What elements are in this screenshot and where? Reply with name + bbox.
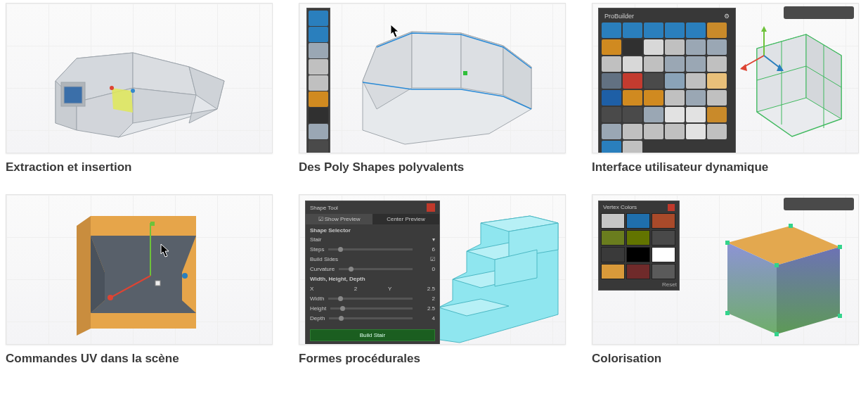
tool-icon[interactable] (686, 107, 706, 122)
color-swatch[interactable] (652, 213, 675, 229)
tool-icon[interactable] (707, 90, 727, 106)
feature-card: Extraction et insertion (6, 3, 273, 174)
tool-icon[interactable] (623, 39, 642, 55)
tool-icon[interactable] (665, 73, 685, 89)
thumb-procedural: Shape Tool ☑ Show Preview Center Preview… (299, 194, 566, 345)
tool-icon[interactable] (602, 39, 621, 55)
color-swatch[interactable] (601, 213, 625, 229)
tool-icon[interactable] (623, 73, 642, 89)
tool-icon[interactable] (707, 107, 727, 122)
panel-title: Shape Tool (310, 205, 338, 211)
feature-caption: Des Poly Shapes polyvalents (299, 160, 566, 174)
curvature-slider[interactable] (339, 268, 413, 270)
svg-marker-33 (91, 236, 196, 313)
tool-icon[interactable] (602, 23, 621, 38)
tool-icon[interactable] (707, 56, 727, 72)
build-sides-checkbox[interactable]: ☑ (430, 256, 435, 262)
color-swatch[interactable] (601, 247, 625, 262)
tool-icon[interactable] (644, 73, 663, 89)
tool-icon[interactable] (602, 56, 621, 72)
color-swatch[interactable] (652, 264, 675, 279)
close-icon[interactable] (668, 204, 675, 211)
tool-icon[interactable] (665, 39, 685, 55)
tool-icon[interactable] (686, 73, 706, 89)
probuilder-icon-grid[interactable] (602, 23, 732, 153)
color-swatch[interactable] (626, 247, 650, 262)
feature-card: Shape Tool ☑ Show Preview Center Preview… (299, 194, 566, 366)
tool-icon[interactable] (665, 90, 685, 106)
tool-icon[interactable] (602, 73, 621, 89)
tab-show-preview[interactable]: ☑ Show Preview (306, 214, 373, 224)
tool-icon[interactable] (686, 39, 706, 55)
thumb-polyshape (299, 3, 566, 153)
tool-icon[interactable] (665, 124, 685, 139)
tool-icon[interactable] (707, 23, 727, 38)
tab-center-preview[interactable]: Center Preview (373, 214, 439, 224)
svg-rect-51 (725, 241, 730, 245)
tool-icon[interactable] (665, 107, 685, 122)
vertex-colors-panel[interactable]: Vertex Colors Reset (598, 200, 680, 291)
tool-icon[interactable] (623, 56, 642, 72)
tool-icon[interactable] (665, 56, 685, 72)
tool-icon[interactable] (686, 23, 706, 38)
poly-shape-illustration (299, 4, 566, 153)
tool-icon[interactable] (707, 124, 727, 139)
color-swatch[interactable] (626, 264, 650, 279)
section-label: Shape Selector (310, 227, 435, 234)
tool-icon[interactable] (644, 39, 663, 55)
svg-marker-15 (461, 33, 503, 95)
probuilder-panel[interactable]: ProBuilder ⚙ (598, 8, 736, 153)
color-swatch[interactable] (652, 230, 675, 246)
thumb-dynamic-ui: ProBuilder ⚙ (592, 3, 859, 153)
svg-marker-26 (761, 26, 767, 32)
color-swatch[interactable] (652, 247, 675, 262)
color-swatch[interactable] (626, 213, 650, 229)
depth-slider[interactable] (329, 317, 413, 319)
tool-icon[interactable] (623, 90, 642, 106)
feature-card: Des Poly Shapes polyvalents (299, 3, 566, 174)
tool-icon[interactable] (602, 90, 621, 106)
colored-cube-illustration (678, 200, 859, 345)
color-swatch[interactable] (601, 230, 625, 246)
tool-icon[interactable] (602, 141, 621, 153)
tool-icon[interactable] (623, 124, 642, 139)
feature-caption: Interface utilisateur dynamique (592, 160, 859, 174)
tool-icon[interactable] (644, 56, 663, 72)
tool-icon[interactable] (623, 141, 642, 153)
shape-selector-section: Shape Selector Stair▾ Steps6 Build Sides… (306, 224, 439, 326)
svg-marker-14 (412, 32, 461, 88)
color-swatch[interactable] (626, 230, 650, 246)
height-slider[interactable] (330, 307, 413, 310)
tool-icon[interactable] (644, 90, 663, 106)
close-icon[interactable] (427, 203, 435, 212)
tool-icon[interactable] (644, 107, 663, 122)
color-swatch-grid[interactable] (601, 213, 677, 279)
color-swatch[interactable] (601, 264, 625, 279)
svg-point-39 (182, 273, 188, 279)
tool-icon[interactable] (686, 90, 706, 106)
tool-icon[interactable] (707, 73, 727, 89)
svg-marker-9 (112, 88, 133, 113)
svg-point-10 (110, 86, 114, 90)
tool-icon[interactable] (623, 107, 642, 122)
svg-rect-57 (838, 314, 842, 318)
svg-point-11 (131, 89, 135, 93)
build-button[interactable]: Build Stair (310, 329, 435, 341)
tool-icon[interactable] (602, 124, 621, 139)
svg-rect-17 (463, 71, 467, 75)
width-slider[interactable] (328, 298, 413, 300)
tool-icon[interactable] (686, 56, 706, 72)
reset-button[interactable]: Reset (601, 279, 677, 288)
panel-title: ProBuilder (604, 13, 634, 20)
tool-icon[interactable] (623, 23, 642, 38)
tool-icon[interactable] (644, 23, 663, 38)
tool-icon[interactable] (707, 39, 727, 55)
tool-icon[interactable] (602, 107, 621, 122)
shape-name[interactable]: Stair (310, 236, 321, 243)
tool-icon[interactable] (644, 124, 663, 139)
steps-slider[interactable] (328, 248, 413, 250)
tool-icon[interactable] (665, 23, 685, 38)
tool-icon[interactable] (686, 124, 706, 139)
panel-title: Vertex Colors (603, 204, 637, 211)
shape-tool-panel[interactable]: Shape Tool ☑ Show Preview Center Preview… (305, 200, 440, 345)
